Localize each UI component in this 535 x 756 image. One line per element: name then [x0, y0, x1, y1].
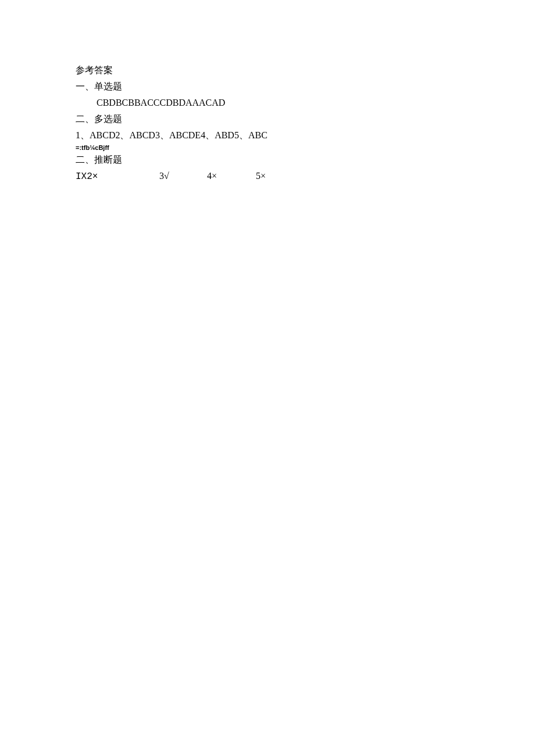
section-three-answers: IX2× 3√ 4× 5×	[76, 168, 459, 185]
section-one-answers: CBDBCBBACCCDBDAAACAD	[76, 95, 459, 111]
document-content: 参考答案 一、单选题 CBDBCBBACCCDBDAAACAD 二、多选题 1、…	[0, 0, 535, 185]
judgment-item-1: IX2×	[76, 169, 157, 185]
section-two-heading: 二、多选题	[76, 111, 459, 127]
page-title: 参考答案	[76, 62, 459, 78]
judgment-item-2: 3√	[159, 168, 205, 184]
section-one-heading: 一、单选题	[76, 78, 459, 95]
garbled-text: =:tfb¼cBjff	[76, 144, 459, 152]
judgment-item-4: 5×	[256, 168, 291, 184]
judgment-item-3: 4×	[207, 168, 254, 184]
section-two-answers: 1、ABCD2、ABCD3、ABCDE4、ABD5、ABC	[76, 127, 459, 144]
section-three-heading: 二、推断题	[76, 152, 459, 168]
